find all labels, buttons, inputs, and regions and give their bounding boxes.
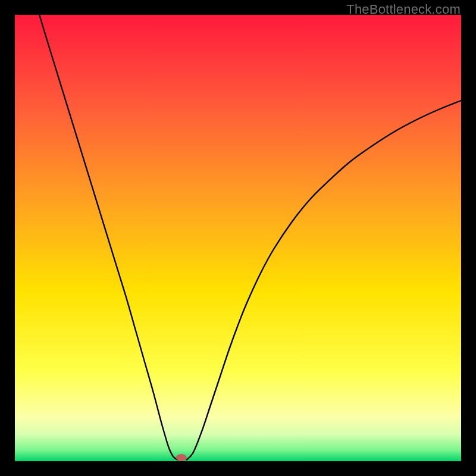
chart-background	[15, 15, 461, 461]
optimal-point-marker	[176, 454, 187, 461]
page-root: TheBottleneck.com	[0, 0, 476, 476]
plot-area	[15, 15, 461, 461]
bottleneck-chart	[15, 15, 461, 461]
plot-frame	[15, 15, 461, 461]
watermark-text: TheBottleneck.com	[346, 2, 461, 17]
